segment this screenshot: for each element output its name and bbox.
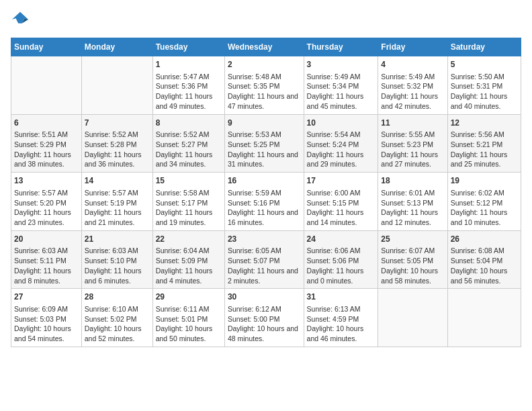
calendar-row: 6Sunrise: 5:51 AM Sunset: 5:29 PM Daylig… <box>11 114 521 173</box>
calendar-cell: 13Sunrise: 5:57 AM Sunset: 5:20 PM Dayli… <box>11 173 82 231</box>
calendar-cell: 22Sunrise: 6:04 AM Sunset: 5:09 PM Dayli… <box>152 230 224 289</box>
day-info: Sunrise: 6:01 AM Sunset: 5:13 PM Dayligh… <box>381 188 444 228</box>
weekday-header: Tuesday <box>152 38 224 56</box>
day-info: Sunrise: 5:57 AM Sunset: 5:19 PM Dayligh… <box>85 188 150 228</box>
day-number: 10 <box>307 118 375 129</box>
day-info: Sunrise: 6:06 AM Sunset: 5:06 PM Dayligh… <box>307 246 375 285</box>
logo-icon <box>11 11 30 30</box>
day-number: 5 <box>451 59 518 71</box>
day-info: Sunrise: 6:03 AM Sunset: 5:10 PM Dayligh… <box>85 246 150 285</box>
day-info: Sunrise: 6:00 AM Sunset: 5:15 PM Dayligh… <box>307 188 375 228</box>
calendar-cell: 30Sunrise: 6:12 AM Sunset: 5:00 PM Dayli… <box>224 289 304 347</box>
calendar-cell: 14Sunrise: 5:57 AM Sunset: 5:19 PM Dayli… <box>81 173 152 231</box>
weekday-header: Monday <box>81 38 152 56</box>
calendar-cell: 9Sunrise: 5:53 AM Sunset: 5:25 PM Daylig… <box>224 114 304 173</box>
day-info: Sunrise: 6:10 AM Sunset: 5:02 PM Dayligh… <box>85 304 150 344</box>
weekday-header: Sunday <box>11 38 82 56</box>
day-info: Sunrise: 5:52 AM Sunset: 5:27 PM Dayligh… <box>156 130 222 169</box>
calendar-cell: 1Sunrise: 5:47 AM Sunset: 5:36 PM Daylig… <box>152 56 224 115</box>
day-info: Sunrise: 5:49 AM Sunset: 5:32 PM Dayligh… <box>381 72 444 111</box>
calendar-cell: 27Sunrise: 6:09 AM Sunset: 5:03 PM Dayli… <box>11 289 82 347</box>
day-number: 25 <box>381 234 444 245</box>
day-number: 12 <box>451 118 518 129</box>
day-info: Sunrise: 6:12 AM Sunset: 5:00 PM Dayligh… <box>228 304 301 344</box>
calendar-cell <box>81 56 152 115</box>
day-number: 3 <box>307 59 375 71</box>
calendar-cell: 31Sunrise: 6:13 AM Sunset: 4:59 PM Dayli… <box>304 289 378 347</box>
calendar-cell: 10Sunrise: 5:54 AM Sunset: 5:24 PM Dayli… <box>304 114 378 173</box>
calendar-row: 27Sunrise: 6:09 AM Sunset: 5:03 PM Dayli… <box>11 289 521 347</box>
day-number: 21 <box>85 234 150 245</box>
day-info: Sunrise: 5:56 AM Sunset: 5:21 PM Dayligh… <box>451 130 518 169</box>
calendar-cell: 15Sunrise: 5:58 AM Sunset: 5:17 PM Dayli… <box>152 173 224 231</box>
day-number: 11 <box>381 118 444 129</box>
calendar-cell: 19Sunrise: 6:02 AM Sunset: 5:12 PM Dayli… <box>447 173 521 231</box>
weekday-header: Saturday <box>447 38 521 56</box>
day-number: 24 <box>307 234 375 245</box>
calendar-cell <box>447 289 521 347</box>
day-number: 28 <box>85 291 150 303</box>
weekday-header: Thursday <box>304 38 378 56</box>
day-number: 8 <box>156 118 222 129</box>
day-number: 1 <box>156 59 222 71</box>
calendar-cell: 20Sunrise: 6:03 AM Sunset: 5:11 PM Dayli… <box>11 230 82 289</box>
day-info: Sunrise: 6:05 AM Sunset: 5:07 PM Dayligh… <box>228 246 301 285</box>
calendar-cell: 3Sunrise: 5:49 AM Sunset: 5:34 PM Daylig… <box>304 56 378 115</box>
page-header <box>11 11 521 30</box>
day-info: Sunrise: 5:58 AM Sunset: 5:17 PM Dayligh… <box>156 188 222 228</box>
weekday-header: Wednesday <box>224 38 304 56</box>
calendar-table: SundayMondayTuesdayWednesdayThursdayFrid… <box>11 38 521 347</box>
logo <box>11 11 32 30</box>
day-number: 29 <box>156 291 222 303</box>
weekday-header: Friday <box>378 38 447 56</box>
day-info: Sunrise: 6:02 AM Sunset: 5:12 PM Dayligh… <box>451 188 518 228</box>
calendar-cell: 24Sunrise: 6:06 AM Sunset: 5:06 PM Dayli… <box>304 230 378 289</box>
calendar-row: 20Sunrise: 6:03 AM Sunset: 5:11 PM Dayli… <box>11 230 521 289</box>
calendar-cell: 21Sunrise: 6:03 AM Sunset: 5:10 PM Dayli… <box>81 230 152 289</box>
day-info: Sunrise: 5:49 AM Sunset: 5:34 PM Dayligh… <box>307 72 375 111</box>
calendar-cell: 28Sunrise: 6:10 AM Sunset: 5:02 PM Dayli… <box>81 289 152 347</box>
day-info: Sunrise: 5:50 AM Sunset: 5:31 PM Dayligh… <box>451 72 518 111</box>
day-number: 30 <box>228 291 301 303</box>
day-info: Sunrise: 5:57 AM Sunset: 5:20 PM Dayligh… <box>14 188 79 228</box>
day-info: Sunrise: 6:07 AM Sunset: 5:05 PM Dayligh… <box>381 246 444 285</box>
calendar-cell: 25Sunrise: 6:07 AM Sunset: 5:05 PM Dayli… <box>378 230 447 289</box>
calendar-cell: 11Sunrise: 5:55 AM Sunset: 5:23 PM Dayli… <box>378 114 447 173</box>
calendar-cell: 18Sunrise: 6:01 AM Sunset: 5:13 PM Dayli… <box>378 173 447 231</box>
day-number: 20 <box>14 234 79 245</box>
day-info: Sunrise: 5:55 AM Sunset: 5:23 PM Dayligh… <box>381 130 444 169</box>
day-number: 17 <box>307 175 375 187</box>
day-number: 2 <box>228 59 301 71</box>
calendar-cell: 23Sunrise: 6:05 AM Sunset: 5:07 PM Dayli… <box>224 230 304 289</box>
day-number: 4 <box>381 59 444 71</box>
calendar-cell: 29Sunrise: 6:11 AM Sunset: 5:01 PM Dayli… <box>152 289 224 347</box>
day-number: 18 <box>381 175 444 187</box>
calendar-cell: 7Sunrise: 5:52 AM Sunset: 5:28 PM Daylig… <box>81 114 152 173</box>
day-number: 26 <box>451 234 518 245</box>
day-info: Sunrise: 6:08 AM Sunset: 5:04 PM Dayligh… <box>451 246 518 285</box>
calendar-row: 1Sunrise: 5:47 AM Sunset: 5:36 PM Daylig… <box>11 56 521 115</box>
day-number: 13 <box>14 175 79 187</box>
day-number: 6 <box>14 118 79 129</box>
calendar-cell <box>378 289 447 347</box>
svg-marker-0 <box>12 12 28 24</box>
day-number: 23 <box>228 234 301 245</box>
day-number: 19 <box>451 175 518 187</box>
calendar-cell: 17Sunrise: 6:00 AM Sunset: 5:15 PM Dayli… <box>304 173 378 231</box>
calendar-cell: 6Sunrise: 5:51 AM Sunset: 5:29 PM Daylig… <box>11 114 82 173</box>
day-number: 14 <box>85 175 150 187</box>
day-info: Sunrise: 5:54 AM Sunset: 5:24 PM Dayligh… <box>307 130 375 169</box>
day-number: 7 <box>85 118 150 129</box>
day-number: 15 <box>156 175 222 187</box>
day-number: 31 <box>307 291 375 303</box>
calendar-cell: 2Sunrise: 5:48 AM Sunset: 5:35 PM Daylig… <box>224 56 304 115</box>
calendar-cell: 12Sunrise: 5:56 AM Sunset: 5:21 PM Dayli… <box>447 114 521 173</box>
day-info: Sunrise: 5:53 AM Sunset: 5:25 PM Dayligh… <box>228 130 301 169</box>
day-info: Sunrise: 6:09 AM Sunset: 5:03 PM Dayligh… <box>14 304 79 344</box>
day-info: Sunrise: 5:48 AM Sunset: 5:35 PM Dayligh… <box>228 72 301 111</box>
calendar-cell: 4Sunrise: 5:49 AM Sunset: 5:32 PM Daylig… <box>378 56 447 115</box>
day-info: Sunrise: 6:03 AM Sunset: 5:11 PM Dayligh… <box>14 246 79 285</box>
day-info: Sunrise: 6:13 AM Sunset: 4:59 PM Dayligh… <box>307 304 375 344</box>
calendar-cell: 5Sunrise: 5:50 AM Sunset: 5:31 PM Daylig… <box>447 56 521 115</box>
calendar-cell: 16Sunrise: 5:59 AM Sunset: 5:16 PM Dayli… <box>224 173 304 231</box>
